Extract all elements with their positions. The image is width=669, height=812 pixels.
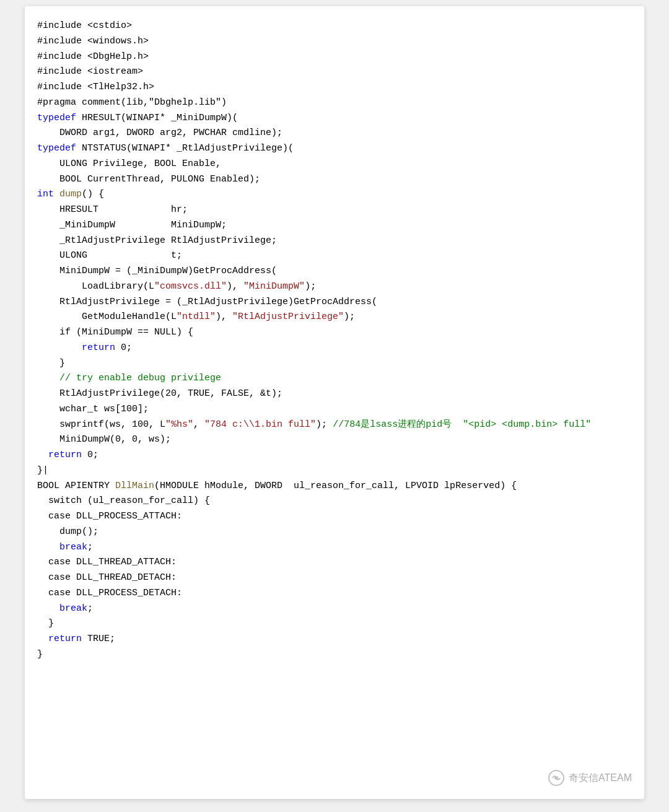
code-block: #include <cstdio> #include <windows.h> #… <box>37 19 632 663</box>
watermark-text: 奇安信ATEAM <box>569 772 632 785</box>
svg-point-1 <box>554 776 558 780</box>
watermark: 奇安信ATEAM <box>548 769 632 787</box>
watermark-icon <box>548 769 565 787</box>
code-container: #include <cstdio> #include <windows.h> #… <box>25 6 644 799</box>
